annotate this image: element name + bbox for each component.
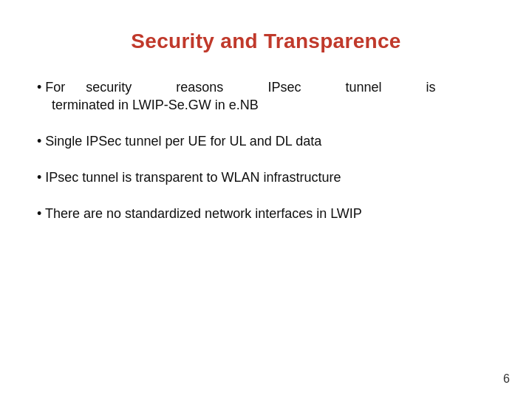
bullet-2-text: • Single IPSec tunnel per UE for UL and … xyxy=(37,132,495,151)
bullet-1-word-6: is xyxy=(426,80,435,95)
bullet-1-word-5: tunnel xyxy=(345,80,381,95)
bullet-item-4: • There are no standardized network inte… xyxy=(37,204,495,224)
bullet-item-1: • For security reasons IPsec tunnel is t… xyxy=(37,80,495,115)
bullet-1-first-line: • For security reasons IPsec tunnel is xyxy=(37,80,495,95)
bullet-1-continuation: terminated in LWIP-Se.GW in e.NB xyxy=(37,95,495,115)
bullet-1-word-4: IPsec xyxy=(267,80,301,95)
bullet-item-3: • IPsec tunnel is transparent to WLAN in… xyxy=(37,168,495,188)
slide-title: Security and Transparence xyxy=(37,30,495,53)
bullet-item-2: • Single IPSec tunnel per UE for UL and … xyxy=(37,132,495,151)
bullet-1-word-3: reasons xyxy=(176,80,223,95)
bullet-list: • For security reasons IPsec tunnel is t… xyxy=(37,80,495,240)
bullet-3-text: • IPsec tunnel is transparent to WLAN in… xyxy=(37,168,495,188)
bullet-4-text: • There are no standardized network inte… xyxy=(37,204,495,224)
bullet-1-word-2: security xyxy=(86,80,132,95)
page-number: 6 xyxy=(503,372,510,386)
bullet-1-word-1: • For xyxy=(37,80,65,95)
slide-container: Security and Transparence • For security… xyxy=(0,0,532,399)
